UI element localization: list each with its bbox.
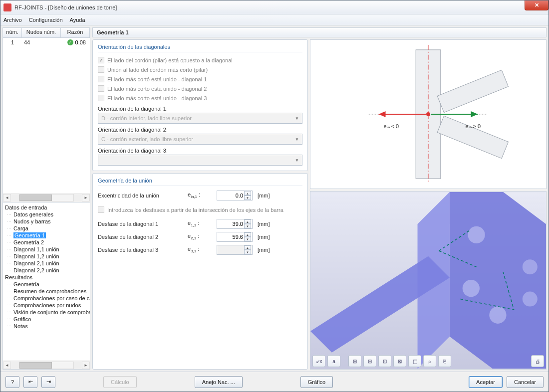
nav-tree: Datos de entrada Datos generalesNudos y … <box>3 202 90 361</box>
tree-item[interactable]: Gráfico <box>5 316 88 323</box>
input-offset-2[interactable]: ▲▼ <box>217 232 253 242</box>
import-button[interactable]: ⇤ <box>23 376 37 388</box>
tree-item[interactable]: Nudos y barras <box>5 218 88 225</box>
tree-item[interactable]: Comprobaciones por nudos <box>5 302 88 309</box>
svg-point-19 <box>523 292 538 307</box>
view-print-btn[interactable]: 🖨 <box>531 355 544 367</box>
view-nx-btn[interactable]: ⊟ <box>363 355 376 367</box>
tree-item[interactable]: Diagonal 1,2 unión <box>5 253 88 260</box>
tree-item[interactable]: Geometría 1 <box>5 232 88 239</box>
tree-hscroll[interactable]: ◄ ► <box>3 361 90 369</box>
check-ok-icon: ✓ <box>67 39 73 45</box>
tree-item[interactable]: Geometría <box>5 281 88 288</box>
view-px-btn[interactable]: ⊞ <box>348 355 361 367</box>
chk-diag1 <box>98 76 104 82</box>
app-window: RF-JOINTS - [Diseño de uniones de torre]… <box>0 0 549 392</box>
svg-text:eᵢₙ < 0: eᵢₙ < 0 <box>384 123 399 129</box>
svg-point-15 <box>468 226 485 243</box>
cancel-button[interactable]: Cancelar <box>507 376 544 388</box>
input-eccentricity[interactable]: ▲▼ <box>217 191 253 200</box>
view-copy-btn[interactable]: ⎘ <box>438 355 451 367</box>
svg-point-18 <box>523 259 538 274</box>
export-button[interactable]: ⇥ <box>41 376 55 388</box>
view-py-btn[interactable]: ⊡ <box>378 355 391 367</box>
left-sidebar: núm. Nudos núm. Razón 1 44 ✓ 0.08 ◄ <box>2 27 90 370</box>
view-x-btn[interactable]: ↙x <box>312 355 325 367</box>
tree-group-results: Resultados <box>5 274 88 281</box>
view-iso-btn[interactable]: ◫ <box>408 355 421 367</box>
table-row[interactable]: 1 44 ✓ 0.08 <box>3 38 90 47</box>
view-zoom-btn[interactable]: ⌕ <box>423 355 436 367</box>
input-offset-1[interactable]: ▲▼ <box>217 219 253 229</box>
grid-header: núm. Nudos núm. Razón <box>3 28 90 38</box>
tree-group-input: Datos de entrada <box>5 204 88 211</box>
tree-item[interactable]: Resumen de comprobaciones <box>5 288 88 295</box>
tree-item[interactable]: Comprobaciones por caso de ca <box>5 295 88 302</box>
group-diagonal-orientation: Orientación de las diagonales El lado de… <box>92 39 308 171</box>
help-button[interactable]: ? <box>5 376 19 388</box>
svg-text:eᵢₙ > 0: eᵢₙ > 0 <box>466 123 481 129</box>
menu-config[interactable]: Configuración <box>29 17 63 23</box>
svg-marker-12 <box>450 192 546 369</box>
annex-button[interactable]: Anejo Nac. ... <box>195 376 243 388</box>
group-joint-geometry: Geometría de la unión Excentricidad de l… <box>92 173 308 370</box>
chk-opposite <box>98 57 104 63</box>
tree-item[interactable]: Diagonal 2,2 unión <box>5 267 88 274</box>
combo-orient-3: ▼ <box>98 155 302 166</box>
svg-marker-7 <box>379 111 386 117</box>
tree-item[interactable]: Carga <box>5 225 88 232</box>
titlebar: RF-JOINTS - [Diseño de uniones de torre]… <box>0 0 549 14</box>
col-header-reason[interactable]: Razón <box>61 28 90 37</box>
grid-hscroll[interactable]: ◄ ► <box>3 194 90 202</box>
tree-item[interactable]: Visión de conjunto de comproba <box>5 309 88 316</box>
footer-bar: ? ⇤ ⇥ Cálculo Anejo Nac. ... Gráfico Ace… <box>0 372 549 392</box>
view-a-btn[interactable]: a <box>327 355 340 367</box>
input-offset-3: ▲▼ <box>217 245 253 255</box>
svg-point-5 <box>426 112 430 116</box>
svg-point-17 <box>489 307 506 324</box>
panel-title: Geometría 1 <box>92 27 547 37</box>
tree-item[interactable]: Diagonal 1,1 unión <box>5 246 88 253</box>
tree-item[interactable]: Geometría 2 <box>5 239 88 246</box>
combo-orient-2[interactable]: C - cordón exterior, lado libre superior… <box>98 134 302 145</box>
svg-rect-4 <box>437 116 508 158</box>
tree-item[interactable]: Diagonal 2,1 unión <box>5 260 88 267</box>
close-button[interactable]: ✕ <box>525 0 549 10</box>
menu-file[interactable]: Archivo <box>3 17 22 23</box>
diagram-2d: eᵢₙ < 0 eᵢₙ > 0 <box>310 39 547 189</box>
col-header-nodes[interactable]: Nudos núm. <box>22 28 61 37</box>
chk-diag3 <box>98 95 104 101</box>
col-header-num[interactable]: núm. <box>3 28 22 37</box>
app-icon <box>3 3 11 11</box>
diagram-3d[interactable]: ↙x a ⊞ ⊟ ⊡ ⊠ ◫ ⌕ ⎘ 🖨 <box>310 191 547 370</box>
view-toolbar: ↙x a ⊞ ⊟ ⊡ ⊠ ◫ ⌕ ⎘ 🖨 <box>312 355 544 367</box>
graphic-button[interactable]: Gráfico <box>300 376 333 388</box>
menu-help[interactable]: Ayuda <box>70 17 85 23</box>
svg-marker-9 <box>471 111 478 117</box>
chk-short-side <box>98 66 104 73</box>
window-title: RF-JOINTS - [Diseño de uniones de torre] <box>14 4 117 10</box>
combo-orient-1[interactable]: D - cordón interior, lado libre superior… <box>98 113 302 124</box>
view-pz-btn[interactable]: ⊠ <box>393 355 406 367</box>
chk-diag2 <box>98 85 104 92</box>
svg-rect-3 <box>437 70 508 112</box>
tree-item[interactable]: Notas <box>5 323 88 330</box>
svg-point-16 <box>463 280 480 297</box>
tree-item[interactable]: Datos generales <box>5 211 88 218</box>
menubar: Archivo Configuración Ayuda <box>0 14 549 25</box>
ok-button[interactable]: Aceptar <box>469 376 503 388</box>
chk-offsets <box>98 206 104 213</box>
calc-button: Cálculo <box>103 376 137 388</box>
